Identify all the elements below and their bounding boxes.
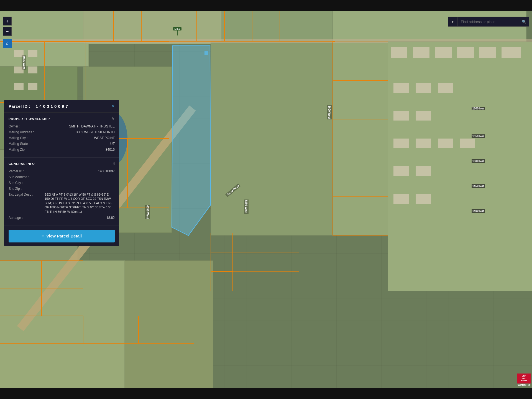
- acreage-field: Acreage : 18.82: [9, 216, 115, 220]
- ownership-section: PROPERTY OWNERSHIP ✎ Owner : SMITH, DAWN…: [4, 113, 119, 158]
- road-label-1400n: 1400 Nor: [472, 209, 485, 213]
- search-input-container: 🔍: [457, 17, 529, 27]
- site-city-field: Site City :: [9, 181, 115, 185]
- wfrmls-brand: WFRMLS: [518, 384, 530, 387]
- info-panel: Parcel ID : 1 4 0 3 1 0 0 9 7 × PROPERTY…: [4, 100, 119, 246]
- zoom-out-button[interactable]: −: [3, 27, 12, 36]
- mile-marker: MILE: [169, 27, 186, 35]
- close-icon: ×: [112, 103, 115, 109]
- search-icon: 🔍: [522, 20, 526, 24]
- filter-icon: ▼: [451, 20, 454, 24]
- search-button[interactable]: 🔍: [519, 17, 529, 27]
- mailing-city-field: Mailing City : WEST POINT: [9, 136, 115, 140]
- road-label-1450n: 1450 Nor: [472, 184, 485, 188]
- mailing-state-field: Mailing State : UT: [9, 142, 115, 146]
- site-address-field: Site Address :: [9, 175, 115, 179]
- road-label-3850: 3850 West: [244, 200, 249, 214]
- site-zip-field: Site Zip :: [9, 187, 115, 191]
- logo-box: Utah Real Estate: [517, 374, 531, 383]
- owner-field: Owner : SMITH, DAWNA F - TRUSTEE: [9, 124, 115, 128]
- mailing-address-field: Mailing Address : 3082 WEST 1050 NORTH: [9, 130, 115, 134]
- home-button[interactable]: ⌂: [3, 39, 12, 48]
- panel-header: Parcel ID : 1 4 0 3 1 0 0 9 7 ×: [4, 100, 119, 113]
- panel-close-button[interactable]: ×: [112, 104, 115, 109]
- ownership-edit-icon[interactable]: ✎: [111, 117, 115, 121]
- zoom-in-button[interactable]: +: [3, 17, 12, 25]
- filter-button[interactable]: ▼: [448, 17, 457, 27]
- road-label-1550n: 1550 Nor: [472, 134, 485, 138]
- general-info-section: GENERAL INFO ℹ Parcel ID : 140310097 Sit…: [4, 158, 119, 226]
- top-bar: [0, 0, 532, 11]
- parcel-marker: [204, 51, 208, 55]
- road-label-4050: 4050 West: [145, 205, 150, 219]
- view-detail-icon: ≡: [42, 234, 44, 239]
- parcel-id-display: Parcel ID : 1 4 0 3 1 0 0 9 7: [9, 104, 68, 109]
- logo-text: Utah Real Estate: [521, 375, 527, 382]
- mailing-zip-field: Mailing Zip : 84015: [9, 148, 115, 152]
- search-input[interactable]: [457, 17, 529, 27]
- zoom-controls: + −: [3, 17, 12, 36]
- road-label-4925: 4925 West: [22, 55, 26, 70]
- general-info-title: GENERAL INFO: [9, 162, 35, 165]
- map-view[interactable]: MILE 4925 West 4100 West 4050 West Canal…: [0, 11, 532, 388]
- road-label-1600n: 1600 Nor: [472, 107, 485, 110]
- ownership-section-title: PROPERTY OWNERSHIP: [9, 117, 50, 121]
- parcel-id-field: Parcel ID : 140310097: [9, 169, 115, 173]
- tax-legal-desc-field: Tax Legal Desc : BEG AT A PT S 0^13'18" …: [9, 193, 115, 214]
- general-info-icon[interactable]: ℹ: [113, 162, 115, 166]
- search-bar: ▼ 🔍: [448, 17, 529, 27]
- logo-watermark: Utah Real Estate WFRMLS: [517, 374, 531, 387]
- bottom-bar: [0, 388, 532, 399]
- home-icon: ⌂: [6, 41, 8, 45]
- view-detail-label: View Parcel Detail: [46, 234, 82, 238]
- road-label-3600: 3600 West: [327, 105, 332, 119]
- road-label-1500n: 1500 Nor: [472, 159, 485, 163]
- view-parcel-detail-button[interactable]: ≡ View Parcel Detail: [9, 230, 115, 242]
